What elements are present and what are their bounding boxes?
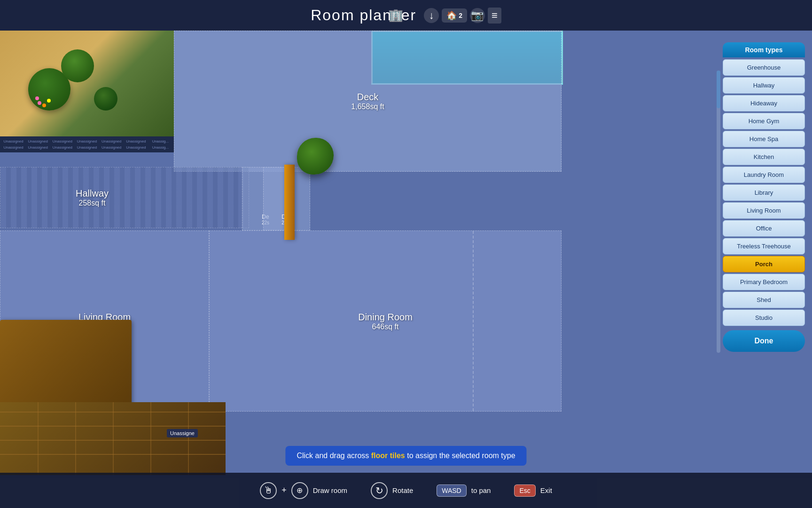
room-type-hallway[interactable]: Hallway bbox=[723, 77, 805, 94]
scrollbar-thumb[interactable] bbox=[717, 71, 720, 108]
draw-room-label: Draw room bbox=[313, 486, 347, 494]
map-thumbnail bbox=[0, 31, 174, 136]
deck-main-area[interactable]: Deck 1,658sq ft bbox=[174, 31, 562, 172]
instruction-highlight: floor tiles bbox=[371, 452, 405, 460]
pan-label: to pan bbox=[471, 486, 491, 494]
wasd-key: WASD bbox=[437, 484, 466, 497]
room-type-library[interactable]: Library bbox=[723, 184, 805, 201]
rotate-drag-icon: ⊕ bbox=[291, 482, 308, 499]
header-icons: ↓ 🏠 2 📷 ≡ bbox=[424, 8, 501, 24]
room-type-living-room[interactable]: Living Room bbox=[723, 202, 805, 219]
room-type-studio[interactable]: Studio bbox=[723, 310, 805, 326]
wood-column bbox=[284, 165, 295, 240]
room-type-treeless-treehouse[interactable]: Treeless Treehouse bbox=[723, 238, 805, 254]
instruction-suffix: to assign the selected room type bbox=[405, 452, 515, 460]
unassigned-label: Unassigne bbox=[167, 429, 198, 437]
stair-element bbox=[0, 402, 226, 475]
room-type-primary-bedroom[interactable]: Primary Bedroom bbox=[723, 274, 805, 290]
room-type-kitchen[interactable]: Kitchen bbox=[723, 149, 805, 165]
scrollbar-track bbox=[717, 71, 720, 353]
unassigned-panel: Unassigned Unassigned Unassigned Unassig… bbox=[0, 136, 174, 152]
room-type-hideaway[interactable]: Hideaway bbox=[723, 95, 805, 111]
scroll-down-icon[interactable]: ↓ bbox=[424, 8, 439, 23]
top-bar: Room planner ↓ 🏠 2 📷 ≡ 🏢 bbox=[0, 0, 812, 31]
instruction-prefix: Click and drag across bbox=[297, 452, 371, 460]
exit-label: Exit bbox=[540, 486, 552, 494]
camera-icon[interactable]: 📷 bbox=[470, 8, 485, 23]
menu-icon[interactable]: ≡ bbox=[488, 8, 501, 24]
instruction-bar: Click and drag across floor tiles to ass… bbox=[285, 446, 526, 466]
draw-room-control: 🖱 + ⊕ Draw room bbox=[260, 482, 347, 499]
room-type-office[interactable]: Office bbox=[723, 220, 805, 237]
wood-furniture bbox=[0, 320, 132, 412]
dining-room-area[interactable]: Dining Room 646sq ft bbox=[209, 230, 562, 412]
dining-room-name: Dining Room bbox=[358, 311, 413, 322]
pan-control: WASD to pan bbox=[437, 484, 491, 497]
rotate-icon: ↻ bbox=[371, 482, 388, 499]
room-type-home-gym[interactable]: Home Gym bbox=[723, 113, 805, 129]
game-viewport: Unassigned Unassigned Unassigned Unassig… bbox=[0, 0, 812, 508]
hallway-name: Hallway bbox=[76, 188, 109, 199]
hallway-size: 258sq ft bbox=[76, 199, 109, 207]
room-types-list[interactable]: Greenhouse Hallway Hideaway Home Gym Hom… bbox=[723, 59, 805, 327]
exit-control: Esc Exit bbox=[514, 484, 552, 497]
plus-sign: + bbox=[281, 485, 287, 495]
esc-key: Esc bbox=[514, 484, 535, 497]
room-type-home-spa[interactable]: Home Spa bbox=[723, 131, 805, 147]
building-icon: 🏢 bbox=[388, 8, 403, 23]
deck-name: Deck bbox=[351, 92, 384, 103]
hallway-area[interactable]: Hallway 258sq ft bbox=[0, 167, 249, 228]
controls-bar: 🖱 + ⊕ Draw room ↻ Rotate WASD to pan Esc… bbox=[0, 473, 812, 508]
dining-room-size: 646sq ft bbox=[358, 322, 413, 331]
deck-size: 1,658sq ft bbox=[351, 103, 384, 111]
rotate-control: ↻ Rotate bbox=[371, 482, 413, 499]
mouse-icon: 🖱 bbox=[260, 482, 277, 499]
room-type-porch[interactable]: Porch bbox=[723, 256, 805, 272]
home-icon[interactable]: 🏠 2 bbox=[442, 8, 467, 23]
rotate-label: Rotate bbox=[392, 486, 413, 494]
room-type-laundry-room[interactable]: Laundry Room bbox=[723, 167, 805, 183]
room-type-greenhouse[interactable]: Greenhouse bbox=[723, 59, 805, 76]
done-button[interactable]: Done bbox=[723, 330, 805, 352]
room-type-shed[interactable]: Shed bbox=[723, 292, 805, 308]
room-types-header: Room types bbox=[723, 42, 805, 57]
room-types-panel: Room types Greenhouse Hallway Hideaway H… bbox=[723, 42, 805, 352]
